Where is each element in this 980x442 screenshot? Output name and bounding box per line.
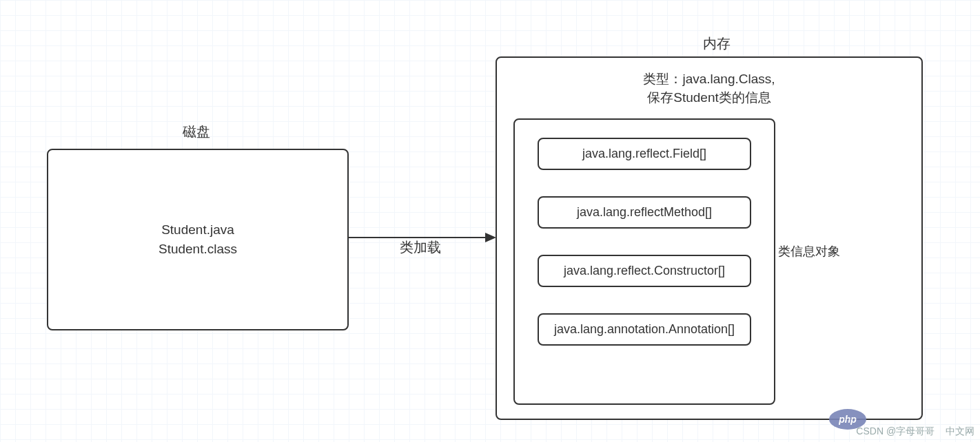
watermark-cn: 中文网	[946, 425, 974, 438]
reflect-method-box: java.lang.reflectMethod[]	[538, 196, 751, 229]
diagram-canvas: 磁盘 Student.java Student.class 类加载 内存 类型：…	[0, 0, 980, 442]
class-info-line2: 保存Student类的信息	[497, 89, 921, 107]
class-info-side-label: 类信息对象	[778, 242, 840, 261]
disk-file-class: Student.class	[159, 240, 237, 260]
disk-title-label: 磁盘	[183, 123, 210, 141]
disk-content: Student.java Student.class	[159, 220, 237, 260]
disk-file-java: Student.java	[159, 220, 237, 240]
watermark: CSDN @字母哥哥 中文网	[856, 425, 974, 438]
annotation-box: java.lang.annotation.Annotation[]	[538, 313, 751, 346]
svg-marker-1	[485, 233, 496, 242]
memory-box: 类型：java.lang.Class, 保存Student类的信息 java.l…	[496, 56, 923, 420]
disk-box: Student.java Student.class	[47, 149, 349, 330]
class-info-object-box: java.lang.reflect.Field[] java.lang.refl…	[513, 118, 775, 405]
memory-title-label: 内存	[703, 34, 731, 53]
watermark-csdn: CSDN @字母哥哥	[856, 425, 935, 438]
reflect-constructor-box: java.lang.reflect.Constructor[]	[538, 255, 751, 287]
reflect-field-box: java.lang.reflect.Field[]	[538, 138, 751, 170]
arrow-label: 类加载	[400, 238, 441, 257]
class-info-line1: 类型：java.lang.Class,	[497, 70, 921, 89]
